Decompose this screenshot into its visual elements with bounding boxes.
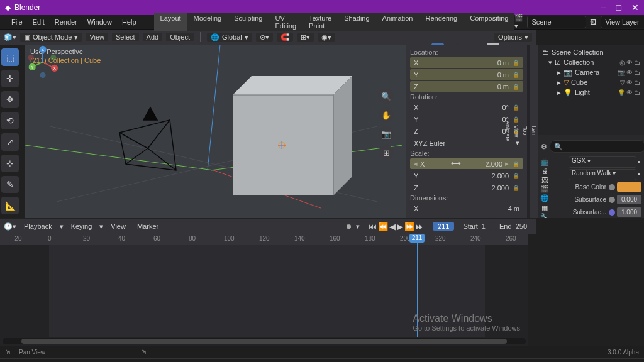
scene-icon[interactable]: 🎬▾ bbox=[514, 14, 523, 30]
ptab-object[interactable]: ▦ bbox=[538, 204, 551, 212]
autokey-icon[interactable]: ⏺ bbox=[345, 222, 352, 230]
tab-item[interactable]: Item bbox=[530, 45, 538, 218]
prop-edit[interactable]: ◉▾ bbox=[318, 33, 335, 42]
tab-layout[interactable]: Layout bbox=[154, 13, 187, 31]
play-reverse-icon[interactable]: ◀ bbox=[389, 222, 396, 231]
keyframe-prev-icon[interactable]: ⏪ bbox=[378, 222, 388, 231]
ptab-world[interactable]: 🌐 bbox=[538, 194, 551, 202]
snap-toggle[interactable]: 🧲 bbox=[277, 33, 293, 42]
tl-keying[interactable]: Keying bbox=[67, 222, 96, 231]
status-pan: Pan View bbox=[19, 349, 45, 356]
annotate-tool[interactable]: ✎ bbox=[1, 176, 19, 194]
timeline-ruler[interactable]: -20020406080100120140160180200220240260 bbox=[0, 234, 528, 245]
keyframe-next-icon[interactable]: ⏩ bbox=[404, 222, 414, 231]
orientation[interactable]: 🌐 Global ▾ bbox=[207, 33, 252, 42]
random-walk-dropdown[interactable]: Random Walk ▾ bbox=[569, 169, 636, 180]
tab-rendering[interactable]: Rendering bbox=[419, 13, 464, 31]
nav-gizmo[interactable]: X Y Z bbox=[25, 45, 60, 80]
snap-options[interactable]: ⊞▾ bbox=[297, 33, 314, 42]
options-dropdown[interactable]: Options ▾ bbox=[494, 33, 532, 42]
tab-shading[interactable]: Shading bbox=[338, 13, 375, 31]
light-row[interactable]: Light bbox=[575, 89, 590, 96]
svg-text:Z: Z bbox=[42, 47, 44, 52]
maximize-button[interactable]: □ bbox=[616, 3, 621, 13]
cube-mesh bbox=[233, 76, 352, 195]
tab-compositing[interactable]: Compositing bbox=[464, 13, 514, 31]
tab-sculpting[interactable]: Sculpting bbox=[228, 13, 269, 31]
ptab-scene[interactable]: 🎬 bbox=[538, 185, 551, 193]
move-view-icon[interactable]: ✋ bbox=[379, 107, 394, 123]
close-button[interactable]: ✕ bbox=[631, 3, 639, 13]
select-box-tool[interactable]: ⬚ bbox=[1, 48, 19, 66]
svg-line-21 bbox=[126, 148, 148, 164]
tab-modeling[interactable]: Modeling bbox=[187, 13, 228, 31]
menu-help[interactable]: Help bbox=[117, 17, 142, 27]
timeline[interactable]: -20020406080100120140160180200220240260 … bbox=[0, 234, 528, 346]
menu-file[interactable]: File bbox=[6, 17, 28, 27]
measure-tool[interactable]: 📐 bbox=[1, 197, 19, 214]
minimize-button[interactable]: − bbox=[601, 3, 606, 13]
tab-animation[interactable]: Animation bbox=[376, 13, 419, 31]
play-icon[interactable]: ▶ bbox=[397, 222, 403, 231]
interaction-mode[interactable]: ▣ Object Mode ▾ bbox=[20, 33, 82, 42]
tab-animate[interactable]: Animate bbox=[503, 45, 512, 218]
cube-row[interactable]: Cube bbox=[571, 79, 587, 86]
props-filter-icon[interactable]: ⚙ bbox=[541, 140, 547, 153]
menu-render[interactable]: Render bbox=[50, 17, 82, 27]
tl-marker[interactable]: Marker bbox=[133, 222, 162, 231]
camera-row[interactable]: Camera bbox=[575, 69, 599, 76]
tab-tool[interactable]: Tool bbox=[521, 45, 530, 218]
zoom-icon[interactable]: 🔍 bbox=[379, 89, 394, 104]
viewlayer-icon[interactable]: 🖼 bbox=[590, 18, 597, 26]
rotate-tool[interactable]: ⟲ bbox=[1, 112, 19, 129]
move-tool[interactable]: ✥ bbox=[1, 91, 19, 109]
task-blender[interactable] bbox=[67, 360, 84, 363]
timeline-scrollbar[interactable] bbox=[3, 338, 526, 344]
perspective-icon[interactable]: ⊞ bbox=[379, 145, 394, 160]
editor-type-icon[interactable]: 🧊▾ bbox=[4, 33, 16, 41]
scale-x[interactable]: ◂X⟷2.000▸🔒 bbox=[410, 158, 523, 169]
hdr-select[interactable]: Select bbox=[112, 33, 139, 41]
props-search[interactable] bbox=[550, 140, 644, 153]
outliner[interactable]: 🗀Scene Collection ▾☑Collection◎👁🗀 ▸📷Came… bbox=[538, 45, 644, 135]
viewlayer-input[interactable] bbox=[601, 16, 644, 28]
ptab-modifier[interactable]: 🔧 bbox=[538, 213, 551, 218]
viewport-3d[interactable]: User Perspective (211) Collection | Cube bbox=[25, 45, 406, 218]
hdr-object[interactable]: Object bbox=[166, 33, 194, 41]
ptab-view[interactable]: 🖼 bbox=[538, 176, 551, 184]
ptab-output[interactable]: 🖨 bbox=[538, 167, 551, 175]
tl-playback[interactable]: Playback bbox=[20, 222, 56, 231]
subsurface-input[interactable]: 0.000 bbox=[617, 195, 641, 204]
jump-start-icon[interactable]: ⏮ bbox=[369, 222, 377, 231]
jump-end-icon[interactable]: ⏭ bbox=[416, 222, 424, 231]
start-frame[interactable]: Start 1 bbox=[458, 222, 490, 231]
timeline-editor-icon[interactable]: 🕐▾ bbox=[4, 222, 16, 231]
material-props: GGX ▾• Random Walk ▾• Base Color Subsurf… bbox=[567, 155, 644, 218]
svg-marker-10 bbox=[233, 76, 352, 95]
subsurface-r1[interactable]: 1.000 bbox=[617, 207, 641, 217]
camera-view-icon[interactable]: 📷 bbox=[379, 126, 394, 141]
scene-collection[interactable]: Scene Collection bbox=[552, 48, 604, 56]
tab-texpaint[interactable]: Texture Paint bbox=[303, 13, 338, 31]
end-frame[interactable]: End 250 bbox=[494, 222, 532, 231]
tab-uv[interactable]: UV Editing bbox=[269, 13, 303, 31]
current-frame[interactable]: 211 bbox=[433, 222, 454, 231]
ggx-dropdown[interactable]: GGX ▾ bbox=[569, 156, 636, 168]
mouse-left-icon: 🖱 bbox=[5, 349, 11, 356]
transform-tool[interactable]: ⊹ bbox=[1, 155, 19, 172]
menu-edit[interactable]: Edit bbox=[28, 17, 50, 27]
collection-row[interactable]: Collection bbox=[564, 58, 594, 66]
menubar: File Edit Render Window Help Layout Mode… bbox=[0, 15, 644, 30]
base-color-swatch[interactable] bbox=[617, 182, 641, 192]
toolbar-left: ⬚ ✛ ✥ ⟲ ⤢ ⊹ ✎ 📐 bbox=[0, 45, 25, 218]
scale-tool[interactable]: ⤢ bbox=[1, 133, 19, 151]
menu-window[interactable]: Window bbox=[82, 17, 117, 27]
ptab-render[interactable]: 📺 bbox=[538, 158, 551, 166]
scene-name-input[interactable] bbox=[527, 16, 586, 28]
tl-view[interactable]: View bbox=[107, 222, 130, 231]
playhead-flag[interactable]: 211 bbox=[409, 234, 425, 243]
hdr-view[interactable]: View bbox=[86, 33, 108, 41]
pivot[interactable]: ⊙▾ bbox=[256, 33, 273, 42]
cursor-tool[interactable]: ✛ bbox=[1, 70, 19, 87]
hdr-add[interactable]: Add bbox=[143, 33, 163, 41]
